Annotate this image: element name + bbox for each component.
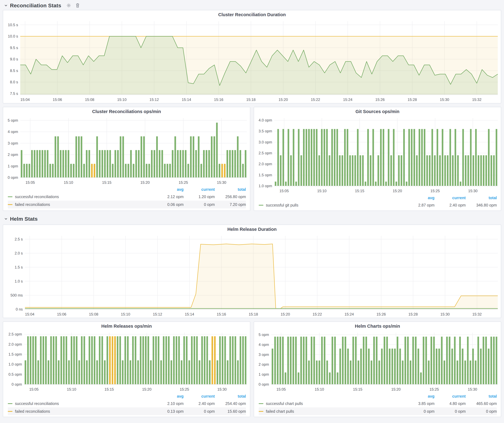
legend-total-value: 346.80 opm xyxy=(466,203,497,207)
legend-series-toggle[interactable]: successful git pulls xyxy=(259,203,403,207)
svg-text:3.0 opm: 3.0 opm xyxy=(258,140,272,144)
svg-text:15:08: 15:08 xyxy=(89,312,98,316)
series-color-swatch xyxy=(8,196,12,197)
legend-sort-current[interactable]: current xyxy=(184,187,215,192)
legend-sort-current[interactable]: current xyxy=(434,394,466,399)
panel-title[interactable]: Helm Releases ops/min xyxy=(3,322,250,330)
legend-row: successful git pulls 2.87 opm 2.40 opm 3… xyxy=(259,201,497,209)
legend-total-value: 0 opm xyxy=(466,409,497,414)
legend-current-value: 4.80 opm xyxy=(434,401,466,406)
svg-text:15:10: 15:10 xyxy=(117,98,126,102)
trash-icon[interactable] xyxy=(75,3,80,8)
panel-title[interactable]: Helm Charts ops/min xyxy=(254,322,501,330)
svg-text:1.0 s: 1.0 s xyxy=(15,279,23,283)
svg-text:7.5 s: 7.5 s xyxy=(10,91,18,96)
svg-text:15:24: 15:24 xyxy=(343,98,352,102)
svg-text:2.5 s: 2.5 s xyxy=(15,237,23,241)
svg-text:1.5 s: 1.5 s xyxy=(15,265,23,269)
svg-text:15:06: 15:06 xyxy=(57,312,66,316)
svg-text:15:10: 15:10 xyxy=(315,387,324,391)
svg-text:9.5 s: 9.5 s xyxy=(10,46,18,50)
cluster-reconciliation-duration-chart[interactable]: 15:0415:0615:0815:1015:1215:1415:1615:18… xyxy=(3,19,501,103)
svg-text:15:04: 15:04 xyxy=(20,98,30,102)
legend-series-toggle[interactable]: successful chart pulls xyxy=(259,401,403,406)
svg-text:2 opm: 2 opm xyxy=(258,362,269,366)
svg-text:15:10: 15:10 xyxy=(67,387,76,391)
legend-series-toggle[interactable]: successful reconciliations xyxy=(8,401,152,406)
svg-text:15:18: 15:18 xyxy=(246,98,256,102)
panel-title[interactable]: Git Sources ops/min xyxy=(254,107,501,116)
legend-sort-total[interactable]: total xyxy=(466,196,497,200)
series-color-swatch xyxy=(259,205,263,206)
legend-row: failed chart pulls 0 opm 0 opm 0 opm xyxy=(259,407,497,415)
legend-avg-value: 0.13 opm xyxy=(152,409,184,414)
helm-release-duration-chart[interactable]: 15:0415:0615:0815:1015:1215:1415:1615:18… xyxy=(3,234,501,318)
section-header-reconciliation-stats[interactable]: Reconciliation Stats xyxy=(3,1,501,10)
svg-text:2.5 opm: 2.5 opm xyxy=(8,332,22,336)
legend-sort-avg[interactable]: avg xyxy=(152,187,184,192)
svg-text:5 opm: 5 opm xyxy=(8,118,18,122)
svg-text:15:18: 15:18 xyxy=(249,312,258,316)
svg-text:15:16: 15:16 xyxy=(217,312,226,316)
panel-title[interactable]: Cluster Reconciliation Duration xyxy=(3,10,501,19)
svg-text:15:14: 15:14 xyxy=(185,312,194,316)
legend-sort-total[interactable]: total xyxy=(466,394,497,399)
legend-current-value: 0 opm xyxy=(184,409,215,414)
svg-text:15:30: 15:30 xyxy=(217,180,226,185)
svg-text:15:12: 15:12 xyxy=(150,98,159,102)
series-color-swatch xyxy=(259,403,263,404)
svg-text:3.5 opm: 3.5 opm xyxy=(258,129,272,133)
legend-sort-avg[interactable]: avg xyxy=(152,394,184,399)
legend-total-value: 465.60 opm xyxy=(466,401,497,406)
legend-current-value: 1.20 opm xyxy=(184,194,215,199)
legend-sort-total[interactable]: total xyxy=(215,394,246,399)
legend-sort-total[interactable]: total xyxy=(215,187,246,192)
svg-text:15:25: 15:25 xyxy=(430,387,439,391)
section-header-helm-stats[interactable]: Helm Stats xyxy=(3,214,501,223)
series-color-swatch xyxy=(8,411,12,412)
svg-text:10.5 s: 10.5 s xyxy=(8,23,18,27)
svg-text:15:06: 15:06 xyxy=(53,98,62,102)
legend-series-toggle[interactable]: failed reconciliations xyxy=(8,409,152,414)
svg-text:15:22: 15:22 xyxy=(311,98,320,102)
panel-title[interactable]: Cluster Reconciliations ops/min xyxy=(3,107,250,116)
legend: avg current total successful reconciliat… xyxy=(3,393,250,417)
legend-row: failed reconciliations 0.06 opm 0 opm 7.… xyxy=(8,201,246,208)
legend-row: failed reconciliations 0.13 opm 0 opm 15… xyxy=(8,407,246,415)
svg-text:15:20: 15:20 xyxy=(140,180,150,185)
svg-text:15:05: 15:05 xyxy=(29,387,39,391)
svg-text:15:20: 15:20 xyxy=(278,98,288,102)
svg-text:0 opm: 0 opm xyxy=(8,175,18,180)
svg-text:15:30: 15:30 xyxy=(468,189,478,193)
legend-row: successful chart pulls 3.85 opm 4.80 opm… xyxy=(259,400,497,407)
cluster-reconciliations-chart[interactable]: 15:0515:1015:1515:2015:2515:300 opm1 opm… xyxy=(3,116,250,186)
legend-sort-avg[interactable]: avg xyxy=(403,196,434,200)
svg-text:15:30: 15:30 xyxy=(440,312,450,316)
gear-icon[interactable] xyxy=(66,3,71,8)
svg-text:15:26: 15:26 xyxy=(375,98,385,102)
legend-sort-current[interactable]: current xyxy=(184,394,215,399)
svg-text:15:30: 15:30 xyxy=(440,98,449,102)
helm-charts-chart[interactable]: 15:0515:1015:1515:2015:2515:300 opm1 opm… xyxy=(254,330,501,393)
legend-series-toggle[interactable]: failed reconciliations xyxy=(8,202,152,207)
section-title: Helm Stats xyxy=(10,216,38,222)
svg-text:15:10: 15:10 xyxy=(121,312,130,316)
legend-header: avg current total xyxy=(259,194,497,201)
svg-text:15:28: 15:28 xyxy=(408,312,418,316)
legend-header: avg current total xyxy=(8,393,246,400)
legend-total-value: 7.20 opm xyxy=(215,202,246,207)
git-sources-chart[interactable]: 15:0515:1015:1515:2015:2515:301.0 opm1.5… xyxy=(254,116,501,194)
panel-title[interactable]: Helm Release Duration xyxy=(3,225,501,234)
legend-avg-value: 2.87 opm xyxy=(403,203,434,207)
svg-text:2 opm: 2 opm xyxy=(8,153,18,157)
svg-text:2.0 s: 2.0 s xyxy=(15,251,23,255)
legend-sort-avg[interactable]: avg xyxy=(403,394,434,399)
legend-series-toggle[interactable]: failed chart pulls xyxy=(259,409,403,414)
svg-text:3 opm: 3 opm xyxy=(258,352,269,357)
legend-sort-current[interactable]: current xyxy=(434,196,466,200)
legend-avg-value: 0 opm xyxy=(403,409,434,414)
svg-text:15:04: 15:04 xyxy=(25,312,35,316)
helm-releases-chart[interactable]: 15:0515:1015:1515:2015:2515:300 opm0.5 o… xyxy=(3,330,250,393)
legend-series-toggle[interactable]: successful reconciliations xyxy=(8,194,152,199)
svg-text:0 opm: 0 opm xyxy=(258,382,269,386)
